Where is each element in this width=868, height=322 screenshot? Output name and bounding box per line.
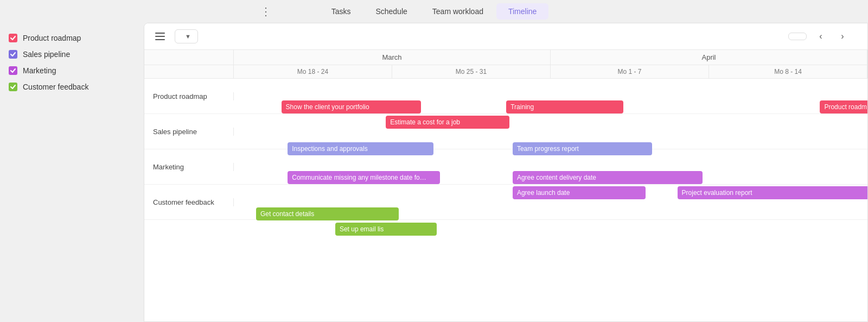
month-label-spacer (144, 50, 234, 65)
sidebar-checkbox-product-roadmap (9, 34, 17, 42)
month-label-march: March (234, 50, 551, 65)
sidebar: Product roadmapSales pipelineMarketingCu… (0, 23, 144, 322)
top-navigation: ⋮ TasksScheduleTeam workloadTimeline (0, 0, 868, 23)
week-col-0: Mo 18 - 24 (234, 65, 392, 78)
timeline-panel: ▼ ‹ › MarchApril Mo 18 - 24Mo 25 - 31Mo … (144, 23, 868, 322)
hamburger-line (155, 39, 165, 40)
row-label-marketing: Marketing (144, 163, 234, 171)
sidebar-checkbox-customer-feedback (9, 83, 17, 91)
sidebar-item-product-roadmap[interactable]: Product roadmap (9, 34, 135, 42)
sidebar-item-marketing[interactable]: Marketing (9, 66, 135, 75)
dropdown-arrow-icon: ▼ (185, 33, 191, 40)
row-label-customer-feedback: Customer feedback (144, 198, 234, 206)
timeline-grid: MarchApril Mo 18 - 24Mo 25 - 31Mo 1 - 7M… (144, 50, 867, 321)
sidebar-item-customer-feedback[interactable]: Customer feedback (9, 83, 135, 91)
hamburger-button[interactable] (153, 29, 168, 44)
nav-tab-schedule[interactable]: Schedule (363, 3, 419, 20)
timeline-header: ▼ ‹ › (144, 23, 867, 50)
gantt-bar-marketing-1[interactable]: Agree content delivery date (513, 171, 703, 184)
gantt-bar-product-roadmap-1[interactable]: Training (506, 100, 623, 113)
row-label-sales-pipeline: Sales pipeline (144, 128, 234, 136)
today-button[interactable] (788, 33, 807, 40)
gantt-row-marketing: MarketingCommunicate missing any milesto… (144, 149, 867, 185)
sidebar-label-customer-feedback: Customer feedback (23, 83, 88, 91)
gantt-row-product-roadmap: Product roadmapShow the client your port… (144, 79, 867, 114)
next-arrow-button[interactable]: › (835, 29, 850, 44)
week-col-1: Mo 25 - 31 (392, 65, 551, 78)
sidebar-label-marketing: Marketing (23, 66, 56, 75)
gantt-bar-marketing-0[interactable]: Communicate missing any milestone date f… (288, 171, 439, 184)
data-rows: Product roadmapShow the client your port… (144, 79, 867, 321)
nav-dots-icon[interactable]: ⋮ (260, 5, 271, 18)
week-col-2: Mo 1 - 7 (551, 65, 709, 78)
gantt-bar-product-roadmap-0[interactable]: Show the client your portfolio (282, 100, 421, 113)
week-labels: Mo 18 - 24Mo 25 - 31Mo 1 - 7Mo 8 - 14 (234, 65, 867, 78)
gantt-row-sales-pipeline: Sales pipelineInspections and approvalsT… (144, 114, 867, 149)
sidebar-items: Product roadmapSales pipelineMarketingCu… (9, 34, 135, 91)
week-labels-row: Mo 18 - 24Mo 25 - 31Mo 1 - 7Mo 8 - 14 (144, 65, 867, 79)
months-dropdown[interactable]: ▼ (175, 29, 198, 43)
month-labels: MarchApril (234, 50, 867, 65)
hamburger-line (155, 33, 165, 34)
main-layout: Product roadmapSales pipelineMarketingCu… (0, 23, 868, 322)
gantt-rows: Product roadmapShow the client your port… (144, 79, 867, 220)
sidebar-checkbox-sales-pipeline (9, 50, 17, 59)
nav-tabs: TasksScheduleTeam workloadTimeline (320, 3, 549, 20)
gantt-bar-customer-feedback-0[interactable]: Get contact details (256, 207, 399, 220)
month-labels-row: MarchApril (144, 50, 867, 65)
nav-tab-timeline[interactable]: Timeline (496, 3, 548, 20)
sidebar-item-sales-pipeline[interactable]: Sales pipeline (9, 50, 135, 59)
gantt-bar-customer-feedback-1[interactable]: Set up email lis (335, 223, 437, 236)
row-label-product-roadmap: Product roadmap (144, 92, 234, 100)
gantt-bar-product-roadmap-3[interactable]: Product roadm… (820, 100, 867, 113)
sidebar-label-product-roadmap: Product roadmap (23, 34, 81, 42)
nav-tab-team-workload[interactable]: Team workload (420, 3, 495, 20)
week-col-3: Mo 8 - 14 (709, 65, 867, 78)
sidebar-label-sales-pipeline: Sales pipeline (23, 50, 70, 59)
prev-arrow-button[interactable]: ‹ (813, 29, 828, 44)
gantt-row-customer-feedback: Customer feedbackGet contact detailsSet … (144, 185, 867, 220)
nav-tab-tasks[interactable]: Tasks (320, 3, 363, 20)
week-label-spacer (144, 65, 234, 78)
sidebar-checkbox-marketing (9, 66, 17, 75)
month-label-april: April (551, 50, 867, 65)
hamburger-line (155, 36, 165, 37)
